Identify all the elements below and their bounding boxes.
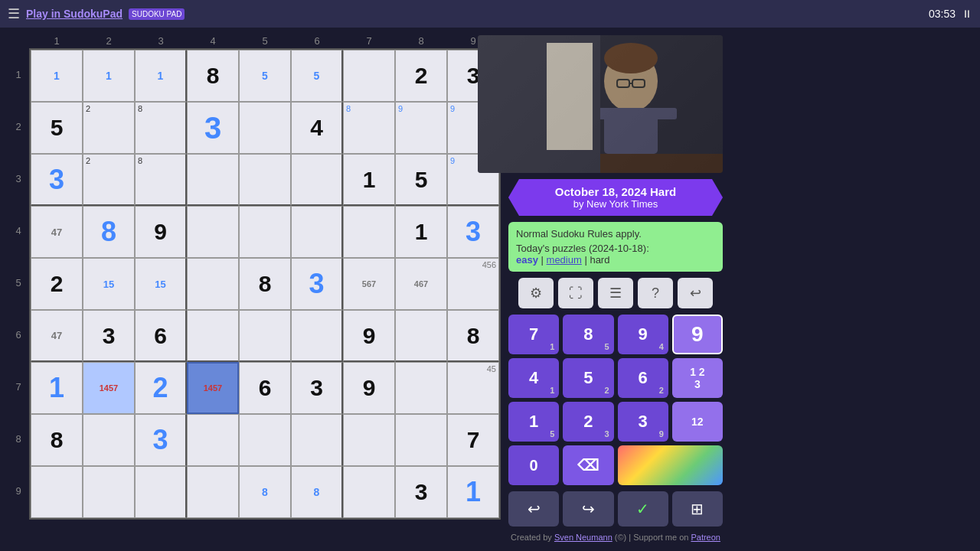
cell-r8c4[interactable] (187, 414, 239, 466)
cell-r1c4[interactable]: 8 (187, 50, 239, 102)
num-btn-8[interactable]: 85 (563, 315, 613, 354)
cell-r6c3[interactable]: 6 (135, 310, 187, 362)
cell-r7c8[interactable] (395, 362, 447, 414)
num-btn-5[interactable]: 52 (563, 358, 613, 398)
cell-r2c3[interactable]: 8 (135, 102, 187, 154)
cell-r7c7[interactable]: 9 (343, 362, 395, 414)
redo-button[interactable]: ↪ (563, 491, 613, 527)
cell-r7c2[interactable]: 1457 (83, 362, 135, 414)
cell-r7c4[interactable]: 1457 (187, 362, 239, 414)
cell-r5c6[interactable]: 3 (291, 258, 343, 310)
cell-r7c6[interactable]: 3 (291, 362, 343, 414)
cell-r7c3[interactable]: 2 (135, 362, 187, 414)
undo-button[interactable]: ↩ (508, 491, 559, 527)
cell-r4c5[interactable] (239, 206, 291, 258)
num-btn-4[interactable]: 41 (508, 358, 559, 398)
cell-r7c9[interactable]: 45 (447, 362, 499, 414)
cell-r6c5[interactable] (239, 310, 291, 362)
cell-r9c6[interactable]: 8 (291, 466, 343, 518)
cell-r8c9[interactable]: 7 (447, 414, 499, 466)
fullscreen-button[interactable]: ⛶ (558, 278, 593, 308)
cell-r2c4[interactable]: 3 (187, 102, 239, 154)
cell-r4c9[interactable]: 3 (447, 206, 499, 258)
cell-r1c2[interactable]: 1 (83, 50, 135, 102)
cell-r7c5[interactable]: 6 (239, 362, 291, 414)
cell-r5c8[interactable]: 467 (395, 258, 447, 310)
cell-r5c4[interactable] (187, 258, 239, 310)
cell-r5c5[interactable]: 8 (239, 258, 291, 310)
cell-r4c8[interactable]: 1 (395, 206, 447, 258)
cell-r3c5[interactable] (239, 154, 291, 206)
grid-button[interactable]: ⊞ (672, 491, 723, 527)
num-btn-9[interactable]: 94 (618, 315, 668, 354)
cell-r4c2[interactable]: 8 (83, 206, 135, 258)
cell-r1c1[interactable]: 1 (31, 50, 83, 102)
cell-r9c5[interactable]: 8 (239, 466, 291, 518)
creator-name-link[interactable]: Sven Neumann (554, 533, 612, 542)
cell-r4c6[interactable] (291, 206, 343, 258)
settings-button[interactable]: ⚙ (518, 278, 554, 308)
cell-r5c9[interactable]: 456 (447, 258, 499, 310)
num-btn-0[interactable]: 0 (508, 445, 559, 485)
cell-r9c8[interactable]: 3 (395, 466, 447, 518)
cell-r4c4[interactable] (187, 206, 239, 258)
cell-r8c5[interactable] (239, 414, 291, 466)
cell-r5c3[interactable]: 15 (135, 258, 187, 310)
cell-r8c7[interactable] (343, 414, 395, 466)
cell-r6c8[interactable] (395, 310, 447, 362)
cell-r2c2[interactable]: 2 (83, 102, 135, 154)
cell-r6c7[interactable]: 9 (343, 310, 395, 362)
cell-r1c3[interactable]: 1 (135, 50, 187, 102)
medium-link[interactable]: medium (547, 254, 582, 266)
cell-r8c3[interactable]: 3 (135, 414, 187, 466)
cell-r8c6[interactable] (291, 414, 343, 466)
color-button[interactable] (618, 445, 724, 485)
cell-r6c1[interactable]: 47 (31, 310, 83, 362)
num-btn-9-active[interactable]: 9 (672, 315, 723, 354)
cell-r8c8[interactable] (395, 414, 447, 466)
cell-r9c7[interactable] (343, 466, 395, 518)
cell-r4c7[interactable] (343, 206, 395, 258)
cell-r7c1[interactable]: 1 (31, 362, 83, 414)
list-button[interactable]: ☰ (598, 278, 633, 308)
cell-r3c4[interactable] (187, 154, 239, 206)
cell-r5c1[interactable]: 2 (31, 258, 83, 310)
cell-r3c6[interactable] (291, 154, 343, 206)
cell-r9c9[interactable]: 1 (447, 466, 499, 518)
num-btn-12[interactable]: 12 (672, 402, 723, 442)
cell-r4c1[interactable]: 47 (31, 206, 83, 258)
cell-r6c4[interactable] (187, 310, 239, 362)
cell-r1c7[interactable] (343, 50, 395, 102)
cell-r3c3[interactable]: 8 (135, 154, 187, 206)
num-btn-2[interactable]: 23 (563, 402, 613, 442)
cell-r9c1[interactable] (31, 466, 83, 518)
hamburger-icon[interactable]: ☰ (8, 5, 20, 22)
cell-r1c6[interactable]: 5 (291, 50, 343, 102)
cell-r3c1[interactable]: 3 (31, 154, 83, 206)
cell-r2c5[interactable] (239, 102, 291, 154)
patreon-link[interactable]: Patreon (691, 533, 720, 542)
num-btn-7[interactable]: 71 (508, 315, 559, 354)
num-btn-6[interactable]: 62 (618, 358, 668, 398)
cell-r5c2[interactable]: 15 (83, 258, 135, 310)
app-title[interactable]: Play in SudokuPad (26, 8, 122, 20)
cell-r9c4[interactable] (187, 466, 239, 518)
undo-small-button[interactable]: ↩ (678, 278, 713, 308)
pause-icon[interactable]: ⏸ (962, 8, 972, 20)
cell-r9c3[interactable] (135, 466, 187, 518)
cell-r3c2[interactable]: 2 (83, 154, 135, 206)
cell-r3c7[interactable]: 1 (343, 154, 395, 206)
cell-r2c6[interactable]: 4 (291, 102, 343, 154)
num-btn-1[interactable]: 15 (508, 402, 559, 442)
cell-r6c6[interactable] (291, 310, 343, 362)
cell-r2c8[interactable]: 9 (395, 102, 447, 154)
cell-r4c3[interactable]: 9 (135, 206, 187, 258)
cell-r6c9[interactable]: 8 (447, 310, 499, 362)
cell-r2c1[interactable]: 5 (31, 102, 83, 154)
delete-button[interactable]: ⌫ (563, 445, 613, 485)
num-btn-pencil[interactable]: 1 23 (672, 358, 723, 398)
check-button[interactable]: ✓ (618, 491, 668, 527)
cell-r9c2[interactable] (83, 466, 135, 518)
cell-r8c2[interactable] (83, 414, 135, 466)
easy-link[interactable]: easy (516, 254, 538, 266)
